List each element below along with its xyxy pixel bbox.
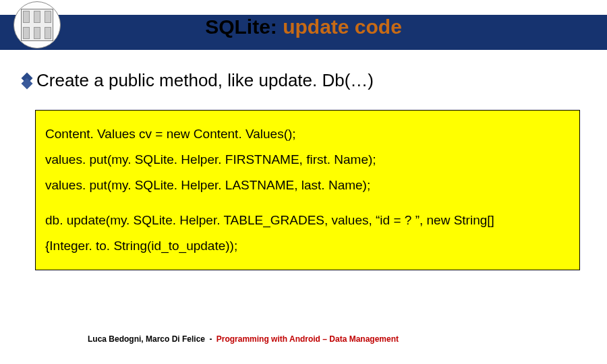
header-white-band	[0, 0, 607, 15]
footer-course: Programming with Android – Data Manageme…	[216, 334, 399, 344]
code-line-2: values. put(my. SQLite. Helper. FIRSTNAM…	[45, 147, 570, 173]
footer-dash: -	[209, 334, 212, 344]
code-line-1: Content. Values cv = new Content. Values…	[45, 121, 570, 147]
bullet-text: Create a public method, like update. Db(…	[36, 70, 374, 91]
diamond-bullet-icon	[20, 74, 34, 88]
bullet-line: Create a public method, like update. Db(…	[20, 70, 587, 91]
slide-header: SQLite: update code	[0, 0, 607, 50]
code-line-5: {Integer. to. String(id_to_update));	[45, 233, 570, 259]
footer-authors: Luca Bedogni, Marco Di Felice	[88, 334, 205, 344]
code-line-4: db. update(my. SQLite. Helper. TABLE_GRA…	[45, 208, 570, 233]
slide-title: SQLite: update code	[0, 15, 607, 39]
slide-content: Create a public method, like update. Db(…	[0, 50, 607, 270]
title-accent: update code	[283, 16, 402, 38]
title-prefix: SQLite:	[205, 16, 283, 38]
code-box: Content. Values cv = new Content. Values…	[35, 110, 580, 270]
code-blank-line	[45, 198, 570, 208]
slide-footer: Luca Bedogni, Marco Di Felice - Programm…	[88, 334, 399, 344]
code-line-3: values. put(my. SQLite. Helper. LASTNAME…	[45, 173, 570, 198]
